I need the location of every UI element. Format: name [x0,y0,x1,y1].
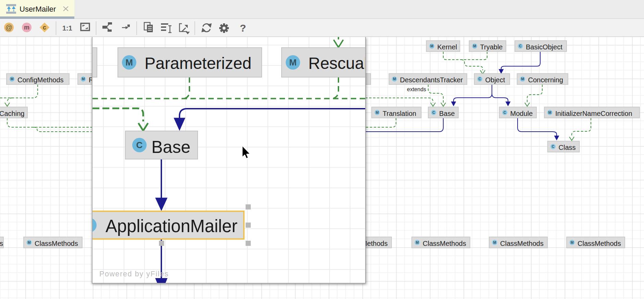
svg-text:M: M [82,77,85,81]
svg-text:M: M [289,57,297,68]
svg-text:M: M [28,240,31,244]
svg-text:Module: Module [510,110,533,117]
svg-text:InitializerNameCorrection: InitializerNameCorrection [555,110,632,117]
svg-text:BasicObject: BasicObject [526,43,562,51]
svg-text:c: c [43,24,46,31]
svg-text:ClassMethods: ClassMethods [578,240,621,247]
svg-text:Base: Base [439,110,455,117]
svg-text:M: M [571,240,574,244]
svg-text:ClassMethods: ClassMethods [423,240,466,247]
svg-text:Base: Base [151,137,190,157]
svg-text:M: M [521,77,524,81]
svg-text:C: C [504,110,506,115]
svg-text:extends: extends [407,86,426,92]
svg-text:1:1: 1:1 [62,24,72,32]
svg-text:@: @ [5,24,12,31]
svg-text:C: C [519,44,522,48]
svg-text:M: M [11,77,14,81]
svg-text:C: C [432,110,435,115]
svg-text:DescendantsTracker: DescendantsTracker [400,76,463,84]
svg-text:?: ? [240,22,246,34]
svg-text:Object: Object [485,76,505,84]
svg-text:M: M [376,110,379,115]
svg-text:Caching: Caching [0,110,24,117]
svg-text:M: M [493,240,496,244]
svg-text:C: C [552,144,555,148]
svg-text:Parameterized: Parameterized [145,54,251,72]
svg-text:ClassMethods: ClassMethods [500,240,544,247]
svg-text:ApplicationMailer: ApplicationMailer [106,216,237,236]
svg-text:M: M [416,240,419,244]
svg-text:M: M [473,44,476,48]
svg-text:m: m [24,24,29,31]
svg-text:C: C [136,140,143,150]
svg-text:Rescuable: Rescuable [308,54,365,72]
svg-text:UserMailer: UserMailer [20,5,56,13]
svg-text:M: M [430,44,433,48]
svg-text:M: M [548,110,552,115]
svg-text:M: M [125,57,133,68]
svg-text:C: C [479,77,481,81]
svg-text:Translation: Translation [383,110,416,117]
svg-text:Powered by yFiles: Powered by yFiles [99,270,169,278]
svg-text:Tryable: Tryable [480,43,503,51]
svg-text:Concerning: Concerning [528,76,563,84]
svg-text:ConfigMethods: ConfigMethods [17,76,64,84]
svg-text:Kernel: Kernel [437,43,457,51]
svg-text:s: s [0,240,3,247]
svg-text:M: M [393,77,396,81]
svg-text:ClassMethods: ClassMethods [35,240,78,247]
svg-text:Class: Class [559,144,576,151]
